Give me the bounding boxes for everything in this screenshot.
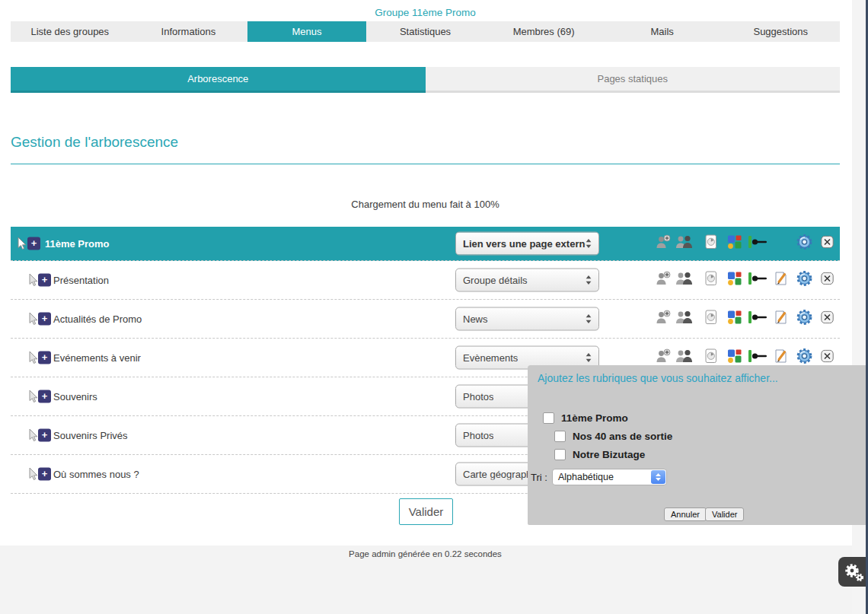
sort-label: Tri : [531, 472, 547, 483]
link-plug-icon[interactable] [748, 310, 767, 327]
page-stats-icon[interactable] [704, 234, 718, 253]
nav-tab-suggestions[interactable]: Suggestions [721, 21, 840, 42]
subtab-arborescence[interactable]: Arborescence [11, 67, 426, 93]
page-type-value: Evènements [463, 352, 518, 364]
link-plug-icon[interactable] [748, 349, 767, 366]
cursor-icon[interactable] [28, 390, 38, 403]
cursor-icon[interactable] [28, 467, 38, 481]
popup-title: Ajoutez les rubriques que vous souhaitez… [538, 372, 778, 384]
google-icon[interactable] [727, 310, 742, 328]
page-type-value: Photos [463, 391, 493, 402]
members-icon[interactable] [675, 271, 694, 289]
google-icon[interactable] [727, 348, 742, 367]
stepper-icon[interactable] [651, 470, 665, 484]
popup-checkbox-row: Notre Bizutage [554, 449, 672, 460]
members-icon[interactable] [675, 310, 694, 328]
add-rubrics-popup: Ajoutez les rubriques que vous souhaitez… [528, 365, 868, 525]
expand-plus-icon[interactable]: + [27, 237, 40, 250]
cursor-icon[interactable] [28, 273, 38, 287]
google-icon[interactable] [727, 271, 742, 289]
nav-tab-informations[interactable]: Informations [129, 21, 248, 42]
page-stats-icon[interactable] [704, 348, 718, 367]
google-icon[interactable] [727, 234, 742, 253]
expand-plus-icon[interactable]: + [38, 352, 51, 364]
gears-icon [842, 561, 865, 584]
delete-icon[interactable] [821, 311, 834, 327]
delete-icon[interactable] [821, 350, 834, 366]
nav-tab-liste-des-groupes[interactable]: Liste des groupes [11, 21, 129, 42]
delete-icon[interactable] [821, 272, 834, 288]
page-type-select[interactable]: Lien vers une page externe [455, 232, 599, 256]
members-icon[interactable] [675, 234, 694, 253]
popup-validate-button[interactable]: Valider [705, 507, 744, 521]
add-user-icon[interactable] [656, 234, 671, 253]
settings-gear-icon[interactable] [796, 309, 813, 329]
page-type-select[interactable]: Groupe détails [455, 269, 599, 292]
page-type-value: Photos [463, 430, 493, 441]
expand-plus-icon[interactable]: + [38, 468, 51, 481]
cursor-icon[interactable] [17, 237, 27, 250]
popup-cancel-button[interactable]: Annuler [664, 507, 707, 521]
validate-button[interactable]: Valider [399, 498, 453, 525]
add-user-icon[interactable] [656, 310, 671, 328]
popup-checkbox-row: Nos 40 ans de sortie [554, 431, 672, 441]
add-user-icon[interactable] [656, 271, 671, 289]
edit-page-icon[interactable] [773, 348, 788, 367]
link-plug-icon[interactable] [748, 235, 767, 252]
page-stats-icon[interactable] [704, 271, 718, 289]
cursor-icon[interactable] [28, 312, 38, 326]
tree-item-label: Souvenirs Privés [53, 430, 128, 441]
nav-tabs: Liste des groupesInformationsMenusStatis… [11, 21, 840, 42]
nav-tab-menus[interactable]: Menus [247, 21, 366, 42]
page-type-select[interactable]: News [455, 307, 599, 331]
page-type-value: News [463, 313, 488, 325]
link-plug-icon[interactable] [748, 272, 767, 288]
sort-select-value: Alphabétique [558, 472, 614, 482]
admin-page: Groupe 11ème Promo Liste des groupesInfo… [0, 0, 868, 614]
nav-tab-mails[interactable]: Mails [603, 21, 722, 42]
checkbox-label: Notre Bizutage [573, 449, 645, 460]
expand-plus-icon[interactable]: + [38, 390, 51, 403]
section-heading: Gestion de l'arborescence [11, 134, 840, 164]
page-type-value: Lien vers une page externe [463, 238, 586, 250]
nav-tab-membres-69[interactable]: Membres (69) [484, 21, 603, 42]
tree-item-label: Souvenirs [53, 391, 97, 402]
checkbox-11-me-promo[interactable] [543, 412, 554, 424]
footer-text: Page admin générée en 0.22 secondes [0, 549, 850, 558]
page-title: Groupe 11ème Promo [0, 7, 850, 18]
sort-row: Tri : Alphabétique [531, 469, 667, 485]
settings-gear-icon[interactable] [796, 270, 813, 291]
page-type-value: Carte géograph [463, 469, 531, 480]
checkbox-nos-40-ans-de-sortie[interactable] [554, 431, 566, 442]
edit-page-icon[interactable] [773, 310, 788, 328]
tree-item-label: Actualités de Promo [53, 313, 142, 325]
nav-tab-statistiques[interactable]: Statistiques [366, 21, 485, 42]
subtab-pages-statiques[interactable]: Pages statiques [426, 67, 841, 93]
cursor-icon[interactable] [28, 351, 38, 364]
select-arrows-icon [586, 353, 592, 363]
sort-select[interactable]: Alphabétique [552, 469, 667, 485]
expand-plus-icon[interactable]: + [38, 429, 51, 442]
members-icon[interactable] [675, 348, 694, 367]
expand-plus-icon[interactable]: + [38, 313, 51, 326]
settings-gear-icon[interactable] [796, 234, 813, 254]
expand-plus-icon[interactable]: + [38, 274, 51, 287]
page-type-value: Groupe détails [463, 275, 528, 286]
tree-row: + Actualités de Promo News [11, 300, 840, 339]
select-arrows-icon [586, 275, 592, 285]
tree-row: + 11ème Promo Lien vers une page externe [11, 227, 840, 261]
footer: Page admin générée en 0.22 secondes [0, 546, 868, 614]
add-user-icon[interactable] [656, 348, 671, 367]
checkbox-label: 11ème Promo [561, 412, 628, 424]
delete-icon[interactable] [821, 236, 834, 252]
tree-row: + Présentation Groupe détails [11, 261, 840, 300]
page-stats-icon[interactable] [704, 310, 718, 328]
cursor-icon[interactable] [28, 428, 38, 442]
subtabs: ArborescencePages statiques [11, 67, 840, 93]
admin-settings-fab[interactable] [838, 557, 868, 587]
tree-item-label: Evénements à venir [53, 352, 141, 364]
checkbox-notre-bizutage[interactable] [554, 449, 566, 460]
checkbox-label: Nos 40 ans de sortie [573, 431, 672, 442]
edit-page-icon[interactable] [773, 271, 788, 289]
select-arrows-icon [586, 314, 592, 324]
